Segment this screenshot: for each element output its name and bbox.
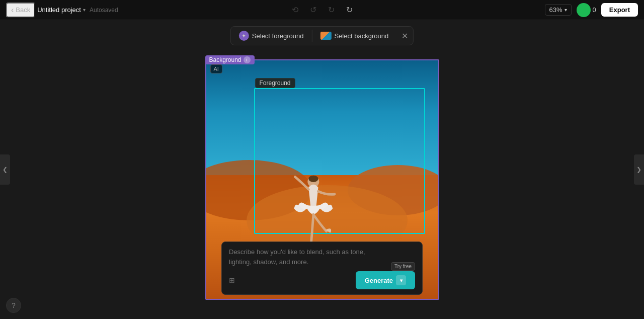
redo-button[interactable]: ↻: [324, 3, 338, 17]
prompt-area: ⊞ Try free Generate ▾: [221, 242, 423, 295]
zoom-control[interactable]: 63% ▾: [545, 4, 572, 16]
left-arrow-icon: ❮: [3, 166, 8, 173]
back-icon: ‹: [11, 6, 14, 15]
left-panel-toggle[interactable]: ❮: [0, 154, 10, 185]
foreground-icon: ✦: [239, 31, 249, 41]
prompt-box: ⊞ Try free Generate ▾: [221, 242, 423, 295]
toolbar-pill: ✦ Select foreground Select background ✕: [230, 26, 414, 45]
try-free-badge: Try free: [391, 262, 415, 271]
credit-count: 0: [593, 6, 596, 14]
chevron-down-icon: ▾: [83, 7, 86, 13]
background-label-text: Background: [209, 56, 242, 63]
project-name[interactable]: Untitled project ▾: [37, 6, 86, 14]
help-icon: ?: [12, 301, 16, 309]
user-avatar: [577, 3, 591, 17]
zoom-chevron-icon: ▾: [565, 7, 567, 13]
zoom-level: 63%: [549, 6, 562, 14]
select-foreground-button[interactable]: ✦ Select foreground: [231, 27, 312, 45]
right-panel-toggle[interactable]: ❯: [634, 154, 644, 185]
background-label: Background i: [205, 55, 255, 64]
canvas-container: Background i AI Foreground: [205, 59, 439, 300]
topbar-right-controls: 63% ▾ 0 Export: [545, 3, 638, 17]
close-pill-button[interactable]: ✕: [396, 27, 413, 45]
generate-button[interactable]: Generate ▾: [356, 271, 415, 289]
help-button[interactable]: ?: [6, 298, 21, 313]
restart-button[interactable]: ⟲: [288, 3, 302, 17]
project-name-text: Untitled project: [37, 6, 81, 14]
refresh-button[interactable]: ↻: [342, 3, 356, 17]
foreground-label: Foreground: [255, 78, 295, 88]
settings-icon[interactable]: ⊞: [229, 276, 235, 284]
ai-badge: AI: [210, 64, 222, 73]
select-background-button[interactable]: Select background: [312, 28, 396, 44]
background-thumbnail: [320, 32, 331, 40]
back-button[interactable]: ‹ Back: [6, 3, 35, 18]
prompt-input[interactable]: [229, 247, 387, 267]
right-arrow-icon: ❯: [636, 166, 641, 173]
canvas-area: ❮ ❯ Background i AI Foreground: [0, 20, 644, 319]
generate-arrow-icon: ▾: [396, 275, 406, 285]
prompt-box-footer: ⊞ Try free Generate ▾: [229, 271, 415, 289]
generate-label: Generate: [365, 277, 393, 284]
svg-point-1: [308, 176, 318, 182]
autosaved-status: Autosaved: [90, 7, 118, 14]
generate-area: Try free Generate ▾: [356, 271, 415, 289]
topbar: ‹ Back Untitled project ▾ Autosaved ⟲ ↺ …: [0, 0, 644, 20]
select-background-label: Select background: [334, 32, 388, 40]
credit-badge: 0: [577, 3, 596, 17]
back-label: Back: [16, 6, 30, 14]
info-icon[interactable]: i: [244, 56, 251, 63]
export-button[interactable]: Export: [601, 3, 638, 17]
undo-button[interactable]: ↺: [306, 3, 320, 17]
topbar-center-controls: ⟲ ↺ ↻ ↻: [288, 3, 356, 17]
select-foreground-label: Select foreground: [252, 32, 304, 40]
